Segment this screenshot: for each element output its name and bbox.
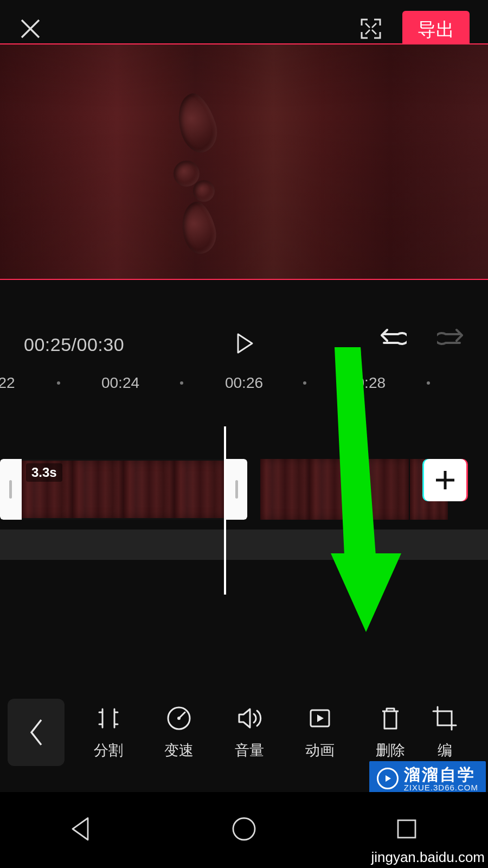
undo-button[interactable] xyxy=(380,327,407,353)
tool-speed[interactable]: 变速 xyxy=(144,705,214,760)
ruler-dot xyxy=(57,381,60,385)
ruler-dot xyxy=(303,381,306,385)
tool-label: 音量 xyxy=(235,741,264,760)
tool-volume[interactable]: 音量 xyxy=(214,705,285,760)
redo-button xyxy=(437,327,464,353)
tool-delete[interactable]: 删除 xyxy=(355,705,426,760)
tool-anim[interactable]: 动画 xyxy=(285,705,355,760)
tool-label: 分割 xyxy=(94,741,123,760)
clip-duration-badge: 3.3s xyxy=(26,463,62,482)
clip-selected[interactable]: 3.3s xyxy=(0,459,247,520)
audio-track[interactable] xyxy=(0,529,488,560)
volume-icon xyxy=(236,705,263,732)
tool-label: 编 xyxy=(438,741,452,760)
system-back-button[interactable] xyxy=(65,813,98,847)
ruler-label: 00:26 xyxy=(225,374,263,392)
fullscreen-icon[interactable] xyxy=(359,17,383,43)
close-icon[interactable] xyxy=(18,17,42,43)
ruler-label: 00:28 xyxy=(348,374,386,392)
clip-handle-left[interactable] xyxy=(9,480,12,499)
play-button[interactable] xyxy=(232,331,256,358)
ruler-dot xyxy=(180,381,183,385)
svg-point-3 xyxy=(177,717,181,720)
timeline-ruler[interactable]: 2200:2400:2600:28 xyxy=(0,371,488,395)
play-circle-icon xyxy=(377,768,399,789)
tool-label: 变速 xyxy=(164,741,194,760)
ruler-label: 22 xyxy=(0,374,15,392)
toolbar-back-button[interactable] xyxy=(8,699,65,766)
clip-handle-right[interactable] xyxy=(235,480,238,499)
watermark-url: jingyan.baidu.com xyxy=(371,849,485,866)
speed-icon xyxy=(165,705,192,732)
system-recents-button[interactable] xyxy=(390,813,423,847)
watermark-brand-name: 溜溜自学 xyxy=(404,765,478,783)
timeline[interactable]: 3.3s xyxy=(0,426,488,605)
split-icon xyxy=(95,705,122,732)
tool-label: 删除 xyxy=(376,741,405,760)
ruler-label: 00:24 xyxy=(101,374,139,392)
video-preview[interactable] xyxy=(0,43,488,280)
delete-icon xyxy=(377,705,404,732)
ruler-dot xyxy=(427,381,430,385)
svg-rect-6 xyxy=(398,820,415,838)
tool-edit[interactable]: 编 xyxy=(426,705,464,760)
system-home-button[interactable] xyxy=(228,813,260,847)
tool-label: 动画 xyxy=(305,741,335,760)
clip-next[interactable] xyxy=(260,459,409,520)
watermark-brand-sub: ZIXUE.3D66.COM xyxy=(404,783,478,793)
crop-icon xyxy=(431,705,458,732)
tool-split[interactable]: 分割 xyxy=(73,705,144,760)
add-clip-button[interactable] xyxy=(424,459,466,501)
playhead[interactable] xyxy=(224,426,226,595)
anim-icon xyxy=(306,705,333,732)
watermark-brand: 溜溜自学 ZIXUE.3D66.COM xyxy=(369,761,486,795)
svg-point-5 xyxy=(233,818,255,840)
time-display: 00:25/00:30 xyxy=(24,334,124,355)
